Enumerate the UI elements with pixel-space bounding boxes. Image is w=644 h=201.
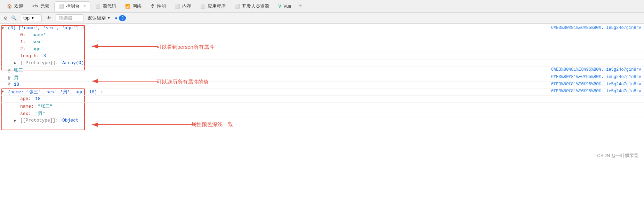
tab-add-button[interactable]: +: [296, 2, 304, 10]
application-icon: ⬜: [200, 4, 206, 9]
row-icon-proto3: [13, 118, 19, 123]
at3-source-link[interactable]: 6%E3%80%81%E6%95%B0%..ie5g24o7g1n8rv: [551, 82, 644, 87]
source-icon: ⬜: [95, 4, 100, 9]
console-row-item-1: 1: 'sex': [0, 39, 644, 46]
top-input[interactable]: top ▼: [21, 14, 42, 22]
console-block-3: {name: '张三', sex: '男', age: 18} ℹ 6%E3%8…: [0, 88, 644, 124]
top-dropdown-icon[interactable]: ▼: [31, 16, 34, 20]
proto1-value: Array(0): [62, 60, 84, 65]
proto3-value: Object: [62, 118, 79, 123]
block1-info-icon: ℹ: [82, 26, 84, 30]
tab-application[interactable]: ⬜ 应用程序: [196, 1, 230, 11]
at2-value: 男: [14, 75, 18, 80]
devresources-icon: ⬜: [235, 4, 240, 9]
proto3-label: [[Prototype]]:: [20, 118, 58, 123]
console-row-at-nan: @ 男 6%E3%80%81%E6%95%B0%..ie5g24o7g1n8rv: [0, 74, 644, 82]
filter-toggle-icon[interactable]: 🔍: [11, 15, 17, 21]
tab-console-label: 控制台: [66, 3, 80, 9]
block1-header-text: (3) ['name', 'sex', 'age']: [8, 25, 78, 31]
tab-vue[interactable]: V Vue: [274, 1, 295, 11]
console-row-at-18: @ 18 6%E3%80%81%E6%95%B0%..ie5g24o7g1n8r…: [0, 82, 644, 88]
length-value: 3: [43, 53, 46, 59]
block-icon[interactable]: ⊘: [3, 15, 8, 21]
sex-value: "男": [35, 111, 45, 116]
tab-devresources-label: 开发人员资源: [242, 3, 269, 9]
item2-value: 'age': [30, 46, 43, 52]
tab-devresources[interactable]: ⬜ 开发人员资源: [231, 1, 273, 11]
tab-network[interactable]: 📶 网络: [121, 1, 146, 11]
console-row-item-0: 0: 'name': [0, 32, 644, 39]
row-icon-name: [13, 103, 19, 104]
devtools-toolbar: ⊘ 🔍 top ▼ 👁 筛选器 默认级别 ▼ ● 3: [0, 13, 644, 24]
at2-source-link[interactable]: 6%E3%80%81%E6%95%B0%..ie5g24o7g1n8rv: [551, 75, 644, 79]
row-content-proto1: [[Prototype]]: Array(0): [19, 60, 644, 65]
at1-source-link[interactable]: 6%E3%80%81%E6%95%B0%..ie5g24o7g1n8rv: [551, 67, 644, 72]
console-row-name: name: "张三": [0, 103, 644, 110]
console-row-length: length: 3: [0, 53, 644, 60]
block3-info-icon: ℹ: [101, 90, 103, 94]
row-content-at-18: @ 18: [6, 82, 551, 87]
row-icon-0: [13, 32, 19, 33]
console-row-item-2: 2: 'age': [0, 46, 644, 53]
level-select[interactable]: 默认级别 ▼: [88, 15, 111, 21]
console-row-at-zhangsan: @ 张三 6%E3%80%81%E6%95%B0%..ie5g24o7g1n8r…: [0, 67, 644, 74]
tab-performance[interactable]: ⏱ 性能: [146, 1, 170, 11]
item0-value: 'name': [30, 32, 46, 38]
console-icon: ⬜: [59, 4, 64, 9]
tab-console[interactable]: ⬜ 控制台 ✕: [54, 1, 90, 11]
block3-header-text: {name: '张三', sex: '男', age: 18}: [8, 90, 97, 95]
console-row-prototype1: [[Prototype]]: Array(0): [0, 60, 644, 67]
row-content-at-zhangsan: @ 张三: [6, 67, 551, 74]
tab-elements[interactable]: </> 元素: [28, 1, 54, 11]
browser-tabs-bar: 🏠 欢迎 </> 元素 ⬜ 控制台 ✕ ⬜ 源代码 📶 网络 ⏱ 性能 ⬜ 内存…: [0, 0, 644, 13]
row-content-sex: sex: "男": [19, 110, 644, 117]
at3-prefix: @: [8, 82, 10, 87]
at1-value: 张三: [14, 68, 23, 73]
age-value: 18: [35, 96, 41, 101]
console-row-sex: sex: "男": [0, 110, 644, 117]
row-icon-at1: [0, 67, 6, 68]
block3-source-link[interactable]: 6%E3%80%81%E6%95%B0%..ie5g24o7g1n8rv: [551, 89, 644, 94]
tab-application-label: 应用程序: [208, 3, 226, 9]
level-label: 默认级别: [88, 15, 106, 21]
tab-source-label: 源代码: [103, 3, 116, 9]
tab-vue-label: Vue: [283, 3, 291, 9]
network-icon: 📶: [125, 4, 130, 9]
tab-welcome[interactable]: 🏠 欢迎: [3, 1, 27, 11]
tab-network-label: 网络: [132, 3, 142, 9]
row-content-name: name: "张三": [19, 103, 644, 109]
name-value: "张三": [38, 104, 53, 109]
block1-source-link[interactable]: 6%E3%80%81%E6%95%B0%..ie5g24o7g1n8rv: [551, 25, 644, 30]
eye-icon[interactable]: 👁: [46, 15, 51, 21]
row-expand-icon-1[interactable]: [0, 25, 6, 30]
toolbar-left-icons: ⊘ 🔍: [3, 15, 17, 21]
row-content-block3-header: {name: '张三', sex: '男', age: 18} ℹ: [6, 89, 551, 95]
tab-source[interactable]: ⬜ 源代码: [91, 1, 120, 11]
filter-input[interactable]: 筛选器: [56, 14, 83, 22]
row-content-age: age: 18: [19, 96, 644, 101]
at1-prefix: @: [8, 68, 10, 73]
level-dropdown-icon: ▼: [107, 16, 111, 20]
row-content-block1-header: (3) ['name', 'sex', 'age'] ℹ: [6, 25, 551, 31]
badge-count: 3: [119, 15, 126, 21]
console-row-prototype3: [[Prototype]]: Object: [0, 117, 644, 124]
badge-area: ● 3: [115, 15, 126, 21]
at3-value: 18: [14, 82, 19, 87]
console-wrapper: (3) ['name', 'sex', 'age'] ℹ 6%E3%80%81%…: [0, 24, 644, 163]
console-row-age: age: 18: [0, 96, 644, 103]
row-icon-1: [13, 39, 19, 40]
name-label: name:: [20, 104, 34, 109]
performance-icon: ⏱: [151, 4, 155, 9]
tab-memory-label: 内存: [182, 3, 191, 9]
length-label: length:: [20, 53, 39, 59]
row-expand-icon-3[interactable]: [0, 89, 6, 94]
top-value: top: [23, 15, 30, 21]
row-icon-at2: [0, 75, 6, 75]
row-icon-length: [13, 53, 19, 54]
watermark: CSDN @一叶飘零晋: [597, 153, 638, 159]
tab-console-close[interactable]: ✕: [83, 4, 86, 8]
tab-memory[interactable]: ⬜ 内存: [171, 1, 195, 11]
console-row-block3-header: {name: '张三', sex: '男', age: 18} ℹ 6%E3%8…: [0, 88, 644, 96]
row-content-proto3: [[Prototype]]: Object: [19, 118, 644, 123]
memory-icon: ⬜: [175, 4, 180, 9]
